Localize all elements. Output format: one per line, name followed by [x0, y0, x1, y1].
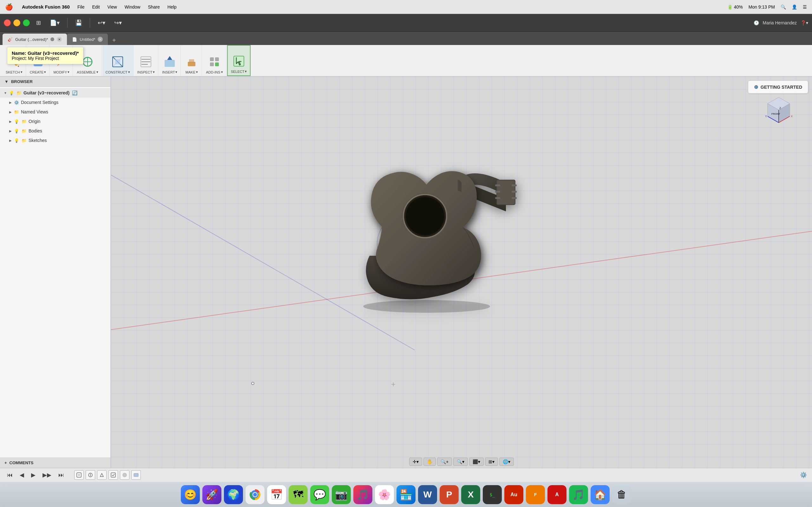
dock-acrobat-icon[interactable]: A: [548, 485, 566, 504]
ribbon-inspect[interactable]: INSPECT ▾: [134, 45, 159, 76]
dock-chrome-icon[interactable]: [246, 485, 264, 504]
dock-terminal-icon[interactable]: $_: [483, 485, 502, 504]
tree-root-item[interactable]: ▼ 💡 📁 Guitar (v3~recovered) 🔄: [0, 88, 110, 98]
timeline-icon-4[interactable]: [108, 470, 118, 480]
sketches-arrow[interactable]: ▶: [8, 137, 13, 143]
timeline-icon-5[interactable]: [120, 470, 130, 480]
tab-guitar-icon: 🎸: [8, 37, 13, 42]
apple-menu-icon[interactable]: 🍎: [5, 3, 13, 11]
skip-end-button[interactable]: ⏭: [56, 471, 66, 479]
timeline-icon-1[interactable]: [74, 470, 84, 480]
zoom-in-button[interactable]: 🔍+: [437, 458, 452, 466]
ribbon-insert[interactable]: INSERT ▾: [159, 45, 181, 76]
menu-edit[interactable]: Edit: [92, 4, 100, 9]
ribbon-construct[interactable]: CONSTRUCT ▾: [102, 45, 134, 76]
menu-window[interactable]: Window: [125, 4, 141, 9]
file-button[interactable]: 📄▾: [47, 18, 62, 27]
tab-guitar[interactable]: 🎸 Guitar (...overed)* ✕: [3, 34, 67, 45]
new-tab-button[interactable]: +: [109, 36, 119, 45]
tree-item-origin[interactable]: ▶ 💡 📁 Origin: [0, 117, 110, 126]
zoom-menu-button[interactable]: 🔍▾: [453, 458, 468, 466]
svg-marker-52: [100, 473, 103, 476]
dock-launchpad-icon[interactable]: 🚀: [202, 485, 221, 504]
dock-finder2-icon[interactable]: 🏠: [591, 485, 610, 504]
user-avatar[interactable]: 👤: [792, 4, 797, 9]
settings-gear-button[interactable]: ⚙️: [800, 471, 807, 478]
tab-untitled-icon: 📄: [72, 37, 77, 42]
tab-untitled-close[interactable]: ✕: [98, 37, 103, 42]
tab-guitar-close[interactable]: ✕: [57, 37, 62, 42]
browser-collapse-icon[interactable]: ▼: [4, 79, 9, 84]
menu-file[interactable]: File: [78, 4, 85, 9]
viewport[interactable]: ⊕ GETTING STARTED FRONT X Y Z: [111, 77, 812, 468]
tree-item-sketches[interactable]: ▶ 💡 📁 Sketches: [0, 135, 110, 145]
comments-footer[interactable]: + COMMENTS: [0, 458, 110, 468]
root-expand-arrow[interactable]: ▼: [3, 90, 8, 96]
timeline-icon-6[interactable]: [131, 470, 141, 480]
root-sync-icon[interactable]: 🔄: [72, 90, 78, 95]
create-label: CREATE ▾: [30, 70, 46, 74]
named-views-arrow[interactable]: ▶: [8, 109, 13, 115]
close-window-button[interactable]: [4, 19, 11, 26]
tree-item-named-views[interactable]: ▶ 📁 Named Views: [0, 107, 110, 117]
ribbon-select[interactable]: SELECT ▾: [227, 45, 251, 76]
dock-itunes-icon[interactable]: 🎵: [353, 485, 372, 504]
dock-trash-icon[interactable]: 🗑: [612, 485, 631, 504]
dock-messages-icon[interactable]: 💬: [310, 485, 329, 504]
redo-button[interactable]: ↪▾: [112, 18, 124, 27]
history-icon[interactable]: 🕐: [754, 20, 759, 25]
ribbon-addins[interactable]: ADD-INS ▾: [203, 45, 226, 76]
grid-toggle-button[interactable]: ⊞▾: [485, 458, 498, 466]
svg-rect-30: [512, 197, 517, 199]
app-menu-button[interactable]: ⊞: [34, 18, 44, 27]
dock-facetime-icon[interactable]: 📷: [332, 485, 351, 504]
dock-calendar-icon[interactable]: 📅: [267, 485, 286, 504]
tab-untitled[interactable]: 📄 Untitled* ✕: [67, 34, 108, 45]
dock-word-icon[interactable]: W: [418, 485, 437, 504]
origin-arrow[interactable]: ▶: [8, 118, 13, 124]
display-mode-button[interactable]: ⬛▾: [469, 458, 484, 466]
getting-started-panel[interactable]: ⊕ GETTING STARTED: [748, 80, 808, 94]
tree-item-document-settings[interactable]: ▶ ⚙️ Document Settings: [0, 98, 110, 107]
dock-excel-icon[interactable]: X: [461, 485, 480, 504]
dock-powerpoint-icon[interactable]: P: [440, 485, 459, 504]
maximize-window-button[interactable]: [23, 19, 30, 26]
dock-autocad-icon[interactable]: Au: [504, 485, 523, 504]
timeline-icon-2[interactable]: [86, 470, 95, 480]
help-icon[interactable]: ❓▾: [801, 20, 808, 25]
skip-start-button[interactable]: ⏮: [5, 471, 14, 479]
timeline-icon-3[interactable]: [97, 470, 107, 480]
svg-point-54: [123, 473, 126, 477]
menu-help[interactable]: Help: [167, 4, 177, 9]
dock-photos-icon[interactable]: 🌸: [375, 485, 394, 504]
svg-rect-15: [188, 62, 195, 66]
user-name-label[interactable]: Maria Hernandez: [763, 20, 797, 25]
ribbon-make[interactable]: MAKE ▾: [182, 45, 202, 76]
bodies-arrow[interactable]: ▶: [8, 128, 13, 134]
pan-tool-button[interactable]: 🖐: [423, 458, 436, 466]
comments-expand-icon[interactable]: +: [4, 460, 7, 465]
tree-item-bodies[interactable]: ▶ 💡 📁 Bodies: [0, 126, 110, 135]
dock-appstore-icon[interactable]: 🏪: [397, 485, 415, 504]
dock-fusion-icon[interactable]: F: [526, 485, 545, 504]
dock-safari-icon[interactable]: 🌍: [224, 485, 243, 504]
menu-extra-icon[interactable]: ☰: [803, 4, 807, 9]
dock-maps-icon[interactable]: 🗺: [289, 485, 308, 504]
view-cube[interactable]: FRONT X Y Z: [764, 96, 793, 124]
main-area: ▼ BROWSER ▼ 💡 📁 Guitar (v3~recovered) 🔄 …: [0, 77, 812, 468]
dock-spotify-icon[interactable]: 🎵: [569, 485, 588, 504]
step-forward-button[interactable]: ▶▶: [41, 471, 53, 479]
menu-share[interactable]: Share: [148, 4, 159, 9]
undo-button[interactable]: ↩▾: [95, 18, 108, 27]
play-button[interactable]: ▶: [29, 471, 38, 479]
save-button[interactable]: 💾: [72, 18, 85, 27]
dock-finder-icon[interactable]: 😊: [181, 485, 200, 504]
menu-view[interactable]: View: [107, 4, 117, 9]
environment-button[interactable]: 🌐▾: [499, 458, 514, 466]
minimize-window-button[interactable]: [13, 19, 20, 26]
svg-text:Y: Y: [765, 115, 767, 118]
step-back-button[interactable]: ◀: [18, 471, 26, 479]
doc-settings-arrow[interactable]: ▶: [8, 100, 13, 105]
spotlight-icon[interactable]: 🔍: [780, 4, 786, 9]
move-tool-button[interactable]: ✛▾: [409, 458, 422, 466]
